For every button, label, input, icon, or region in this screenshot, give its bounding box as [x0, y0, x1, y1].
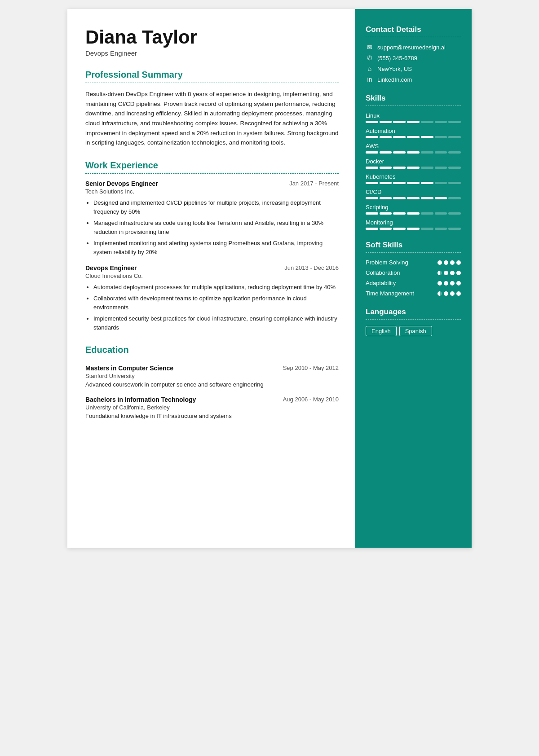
contact-item-linkedin: inLinkedIn.com	[366, 76, 461, 83]
summary-section: Professional Summary Results-driven DevO…	[85, 70, 339, 148]
job-bullets: Designed and implemented CI/CD pipelines…	[85, 198, 339, 257]
soft-skill-name: Problem Solving	[366, 259, 408, 266]
job-bullets: Automated deployment processes for multi…	[85, 283, 339, 333]
skill-segment	[380, 212, 392, 215]
edu-school: University of California, Berkeley	[85, 404, 339, 411]
skill-segment	[448, 136, 461, 138]
phone-icon: ✆	[366, 54, 374, 62]
linkedin-icon: in	[366, 76, 374, 83]
skills-title: Skills	[366, 94, 461, 103]
contact-value-email: support@resumedesign.ai	[377, 44, 446, 51]
jobs-container: Senior Devops EngineerJan 2017 - Present…	[85, 180, 339, 333]
skill-segment	[393, 182, 406, 184]
skill-segment	[380, 136, 392, 138]
skill-segment	[407, 228, 420, 230]
job-bullet: Collaborated with development teams to o…	[93, 294, 339, 312]
skill-segment	[366, 197, 378, 199]
skill-segment	[448, 212, 461, 215]
skill-segment	[407, 212, 420, 215]
skill-bar	[366, 228, 461, 230]
edu-container: Masters in Computer ScienceSep 2010 - Ma…	[85, 365, 339, 419]
contact-divider	[366, 37, 461, 37]
job-bullet: Implemented monitoring and alerting syst…	[93, 239, 339, 257]
soft-skills-section: Soft Skills Problem SolvingCollaboration…	[366, 241, 461, 297]
soft-skill-dot	[444, 271, 448, 275]
soft-skill-dot	[437, 291, 442, 296]
soft-skill-dots	[437, 271, 461, 275]
soft-skill-dot	[456, 291, 461, 296]
languages-container: EnglishSpanish	[366, 326, 461, 336]
sidebar-column: Contact Details ✉support@resumedesign.ai…	[355, 9, 472, 548]
skill-item: Docker	[366, 158, 461, 169]
skill-segment	[435, 197, 447, 199]
soft-skill-dot	[437, 271, 442, 275]
contact-item-location: ⌂NewYork, US	[366, 65, 461, 72]
skill-segment	[366, 212, 378, 215]
skill-item: Linux	[366, 112, 461, 123]
language-tag: Spanish	[399, 326, 432, 336]
skill-segment	[393, 121, 406, 123]
contact-value-location: NewYork, US	[377, 66, 412, 72]
main-column: Diana Taylor Devops Engineer Professiona…	[67, 9, 355, 548]
skill-segment	[435, 212, 447, 215]
education-section: Education Masters in Computer ScienceSep…	[85, 345, 339, 419]
skill-segment	[407, 182, 420, 184]
languages-divider	[366, 319, 461, 320]
skill-bar	[366, 182, 461, 184]
soft-skills-title: Soft Skills	[366, 241, 461, 250]
soft-skills-container: Problem SolvingCollaborationAdaptability…	[366, 259, 461, 297]
skill-segment	[393, 212, 406, 215]
skills-divider	[366, 105, 461, 106]
contact-item-phone: ✆(555) 345-6789	[366, 54, 461, 62]
skill-segment	[407, 197, 420, 199]
soft-skill-dot	[437, 260, 442, 265]
edu-date: Sep 2010 - May 2012	[283, 365, 339, 371]
soft-skill-dot	[456, 260, 461, 265]
skill-segment	[421, 182, 433, 184]
skill-segment	[393, 151, 406, 154]
skill-segment	[366, 167, 378, 169]
soft-skill-item: Adaptability	[366, 280, 461, 286]
contact-value-phone: (555) 345-6789	[377, 55, 417, 62]
skill-item: AWS	[366, 143, 461, 154]
job-bullet: Implemented security best practices for …	[93, 314, 339, 332]
skill-item: CI/CD	[366, 189, 461, 199]
job-bullet: Automated deployment processes for multi…	[93, 283, 339, 292]
edu-item: Bachelors in Information TechnologyAug 2…	[85, 396, 339, 419]
skill-segment	[366, 136, 378, 138]
skill-segment	[380, 151, 392, 154]
soft-skill-dots	[437, 260, 461, 265]
language-tag: English	[366, 326, 397, 336]
skill-name: Scripting	[366, 204, 461, 211]
soft-skill-name: Adaptability	[366, 280, 396, 286]
job-company: Cloud Innovations Co.	[85, 273, 339, 279]
skill-segment	[448, 167, 461, 169]
skills-container: LinuxAutomationAWSDockerKubernetesCI/CDS…	[366, 112, 461, 230]
soft-skill-item: Collaboration	[366, 269, 461, 276]
job-item: Devops EngineerJun 2013 - Dec 2016Cloud …	[85, 264, 339, 333]
job-title: Senior Devops Engineer	[85, 180, 158, 187]
education-divider	[85, 358, 339, 358]
soft-skill-dot	[450, 271, 455, 275]
skill-segment	[393, 228, 406, 230]
skill-segment	[421, 151, 433, 154]
skill-segment	[448, 121, 461, 123]
edu-degree: Masters in Computer Science	[85, 365, 173, 372]
skill-segment	[435, 121, 447, 123]
skill-name: Docker	[366, 158, 461, 165]
skill-segment	[448, 182, 461, 184]
soft-skill-item: Problem Solving	[366, 259, 461, 266]
job-title: Devops Engineer	[85, 264, 137, 272]
person-name: Diana Taylor	[85, 27, 339, 48]
skill-bar	[366, 121, 461, 123]
edu-header: Bachelors in Information TechnologyAug 2…	[85, 396, 339, 403]
soft-skill-dot	[450, 291, 455, 296]
languages-title: Languages	[366, 308, 461, 316]
summary-divider	[85, 83, 339, 83]
skill-segment	[448, 197, 461, 199]
skills-section: Skills LinuxAutomationAWSDockerKubernete…	[366, 94, 461, 230]
soft-skill-dot	[450, 260, 455, 265]
skill-segment	[435, 167, 447, 169]
resume-container: Diana Taylor Devops Engineer Professiona…	[67, 9, 472, 548]
skill-segment	[366, 182, 378, 184]
